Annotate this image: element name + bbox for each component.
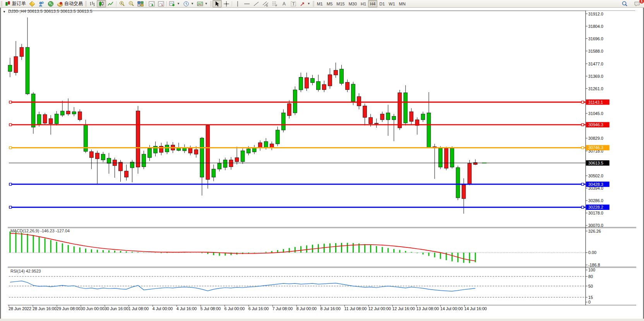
svg-text:8 Jul 16:00: 8 Jul 16:00 bbox=[320, 306, 341, 311]
new-order-button[interactable]: 新订单 bbox=[3, 0, 27, 7]
community-people-icon bbox=[38, 1, 45, 7]
timeframe-m30[interactable]: M30 bbox=[347, 0, 359, 7]
timeframe-h4[interactable]: H4 bbox=[368, 0, 377, 7]
timeframe-m5[interactable]: M5 bbox=[325, 0, 334, 7]
bar-chart-icon bbox=[89, 1, 95, 7]
toolbar-drag-handle[interactable] bbox=[313, 1, 314, 7]
svg-text:30502.0: 30502.0 bbox=[588, 173, 603, 178]
trendline-tool[interactable] bbox=[252, 0, 261, 7]
svg-text:12 Jul 16:00: 12 Jul 16:00 bbox=[392, 306, 415, 311]
svg-text:326.26: 326.26 bbox=[588, 229, 601, 233]
svg-text:11 Jul 08:00: 11 Jul 08:00 bbox=[344, 306, 367, 311]
svg-text:F: F bbox=[276, 4, 277, 7]
autotrade-button[interactable]: 自动交易 bbox=[55, 0, 84, 7]
search-button[interactable] bbox=[620, 0, 629, 7]
svg-text:31369.0: 31369.0 bbox=[588, 74, 603, 79]
window-left-border bbox=[0, 8, 1, 321]
arrows-shapes-icon bbox=[300, 1, 306, 7]
trendline-icon bbox=[253, 1, 259, 7]
market-diamond-icon bbox=[29, 1, 35, 7]
dropdown-arrow-icon: ▼ bbox=[177, 2, 180, 5]
svg-text:T: T bbox=[292, 2, 295, 6]
svg-text:31045.0: 31045.0 bbox=[588, 111, 603, 116]
toolbar-drag-handle[interactable] bbox=[85, 1, 87, 7]
chart-frame bbox=[8, 8, 636, 313]
chat-notifications-button[interactable]: 1 bbox=[632, 0, 642, 7]
svg-text:1 Jul 08:00: 1 Jul 08:00 bbox=[128, 306, 149, 311]
dropdown-arrow-icon: ▼ bbox=[191, 2, 194, 5]
add-indicator-icon bbox=[169, 1, 175, 7]
svg-text:30 Jun 00:00: 30 Jun 00:00 bbox=[80, 306, 104, 311]
text-label-icon: T bbox=[290, 1, 296, 7]
chart-symbol-header[interactable]: ▼DJ30-,H4 30613.5 30613.5 30613.5 30613.… bbox=[3, 9, 92, 14]
tile-windows-button[interactable] bbox=[136, 0, 145, 7]
svg-text:30228.2: 30228.2 bbox=[588, 205, 603, 209]
cursor-arrow-icon bbox=[214, 1, 220, 7]
timeframe-w1[interactable]: W1 bbox=[387, 0, 397, 7]
svg-text:0: 0 bbox=[588, 300, 591, 304]
signals-button[interactable] bbox=[46, 0, 55, 7]
marketplace-button[interactable] bbox=[27, 0, 37, 7]
svg-text:MACD(12,26,9) -146.23 -127.04: MACD(12,26,9) -146.23 -127.04 bbox=[10, 228, 70, 233]
svg-text:30070.0: 30070.0 bbox=[588, 223, 603, 228]
svg-text:4 Jul 16:00: 4 Jul 16:00 bbox=[176, 306, 197, 311]
toolbar-drag-handle[interactable] bbox=[1, 1, 2, 7]
chart-canvas[interactable]: MACD(12,26,9) -146.23 -127.04326.260.00-… bbox=[0, 8, 644, 321]
svg-text:30178.0: 30178.0 bbox=[588, 211, 603, 215]
signals-orb-icon bbox=[48, 1, 54, 7]
svg-text:31588.0: 31588.0 bbox=[588, 49, 603, 53]
line-chart-icon bbox=[108, 1, 114, 7]
svg-text:31261.0: 31261.0 bbox=[588, 86, 603, 91]
auto-scroll-button[interactable] bbox=[147, 0, 156, 7]
price-axis[interactable]: 31912.031804.031696.031588.031477.031369… bbox=[586, 11, 636, 228]
text-label-tool[interactable]: T bbox=[289, 0, 298, 7]
arrows-tool[interactable]: ▼ bbox=[298, 0, 312, 7]
bar-chart-button[interactable] bbox=[87, 0, 97, 7]
zoom-out-icon bbox=[128, 1, 134, 7]
chart-shift-button[interactable] bbox=[156, 0, 166, 7]
zoom-in-icon bbox=[119, 1, 125, 7]
new-order-label: 新订单 bbox=[12, 0, 26, 7]
crosshair-button[interactable] bbox=[222, 0, 231, 7]
chat-badge: 1 bbox=[639, 0, 644, 3]
toolbar-drag-handle[interactable] bbox=[210, 1, 212, 7]
timeframe-m15[interactable]: M15 bbox=[334, 0, 346, 7]
zoom-out-button[interactable] bbox=[127, 0, 136, 7]
text-tool[interactable]: A bbox=[279, 0, 289, 7]
auto-scroll-icon bbox=[149, 1, 155, 7]
cursor-button[interactable] bbox=[212, 0, 222, 7]
horizontal-line-tool[interactable] bbox=[242, 0, 252, 7]
svg-text:31477.0: 31477.0 bbox=[588, 62, 603, 66]
symbol-ohlc-text: DJ30-,H4 30613.5 30613.5 30613.5 30613.5 bbox=[8, 9, 92, 14]
zoom-in-button[interactable] bbox=[117, 0, 127, 7]
vertical-line-tool[interactable] bbox=[233, 0, 242, 7]
svg-text:29 Jun 08:00: 29 Jun 08:00 bbox=[57, 306, 80, 311]
search-icon bbox=[622, 1, 628, 7]
fibonacci-icon: F bbox=[272, 1, 278, 7]
community-button[interactable] bbox=[37, 0, 46, 7]
svg-text:5 Jul 08:00: 5 Jul 08:00 bbox=[200, 306, 221, 311]
fibonacci-tool[interactable]: F bbox=[270, 0, 279, 7]
templates-button[interactable]: ▼ bbox=[195, 0, 209, 7]
channel-tool[interactable]: E bbox=[261, 0, 270, 7]
svg-text:-186.8: -186.8 bbox=[588, 263, 600, 267]
periods-button[interactable]: ▼ bbox=[182, 0, 195, 7]
equidistant-channel-icon: E bbox=[262, 1, 269, 7]
vertical-line-icon bbox=[235, 1, 241, 7]
chart-window: ▼DJ30-,H4 30613.5 30613.5 30613.5 30613.… bbox=[0, 8, 644, 321]
timeframe-mn[interactable]: MN bbox=[397, 0, 408, 7]
indicators-button[interactable]: ▼ bbox=[168, 0, 182, 7]
timeframe-d1[interactable]: D1 bbox=[377, 0, 387, 7]
line-chart-button[interactable] bbox=[106, 0, 115, 7]
svg-text:100: 100 bbox=[588, 268, 595, 272]
svg-text:31696.0: 31696.0 bbox=[588, 36, 603, 41]
autotrade-label: 自动交易 bbox=[64, 0, 83, 7]
svg-text:80: 80 bbox=[588, 274, 593, 279]
candlestick-chart-button[interactable] bbox=[97, 0, 106, 7]
timeframe-m1[interactable]: M1 bbox=[315, 0, 325, 7]
dropdown-arrow-icon: ▼ bbox=[205, 2, 208, 5]
timeframe-h1[interactable]: H1 bbox=[359, 0, 368, 7]
svg-text:31804.0: 31804.0 bbox=[588, 24, 603, 29]
timeframe-buttons: M1M5M15M30H1H4D1W1MN bbox=[315, 0, 408, 7]
svg-text:30286.0: 30286.0 bbox=[588, 198, 603, 203]
